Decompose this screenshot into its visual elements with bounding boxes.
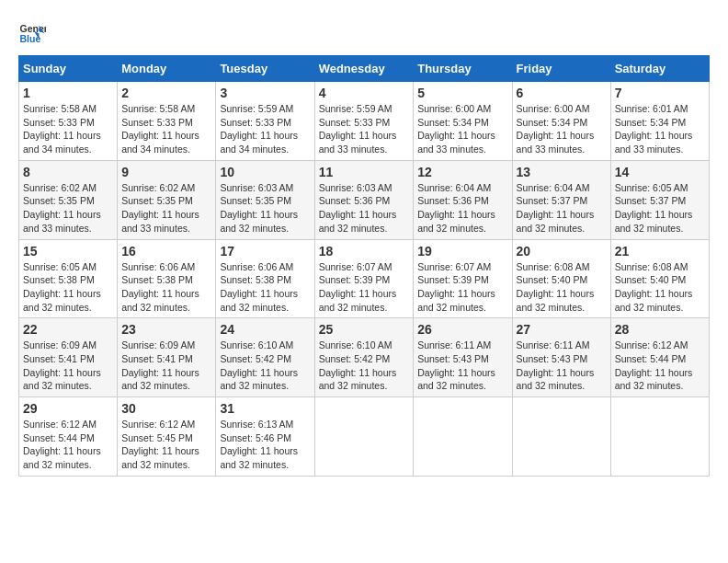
day-number: 22 (23, 322, 113, 337)
day-info: Sunrise: 6:06 AM Sunset: 5:38 PM Dayligh… (220, 261, 298, 313)
calendar-day-cell: 19 Sunrise: 6:07 AM Sunset: 5:39 PM Dayl… (414, 239, 512, 318)
calendar-day-cell: 24 Sunrise: 6:10 AM Sunset: 5:42 PM Dayl… (216, 318, 314, 397)
calendar-day-cell: 2 Sunrise: 5:58 AM Sunset: 5:33 PM Dayli… (118, 82, 216, 161)
calendar-day-cell: 21 Sunrise: 6:08 AM Sunset: 5:40 PM Dayl… (610, 239, 709, 318)
calendar-day-cell: 8 Sunrise: 6:02 AM Sunset: 5:35 PM Dayli… (19, 160, 118, 239)
day-number: 1 (23, 86, 113, 100)
calendar-day-cell: 15 Sunrise: 6:05 AM Sunset: 5:38 PM Dayl… (19, 239, 118, 318)
day-info: Sunrise: 6:08 AM Sunset: 5:40 PM Dayligh… (517, 261, 595, 313)
day-info: Sunrise: 6:11 AM Sunset: 5:43 PM Dayligh… (517, 339, 595, 391)
day-number: 13 (517, 165, 607, 179)
day-number: 28 (615, 322, 705, 337)
day-info: Sunrise: 6:09 AM Sunset: 5:41 PM Dayligh… (121, 339, 199, 391)
calendar-day-cell: 27 Sunrise: 6:11 AM Sunset: 5:43 PM Dayl… (512, 318, 610, 397)
day-info: Sunrise: 6:04 AM Sunset: 5:37 PM Dayligh… (517, 182, 595, 234)
calendar-week-row: 8 Sunrise: 6:02 AM Sunset: 5:35 PM Dayli… (19, 160, 710, 239)
day-number: 26 (417, 322, 507, 337)
day-info: Sunrise: 6:00 AM Sunset: 5:34 PM Dayligh… (417, 103, 495, 155)
day-number: 16 (121, 244, 211, 259)
day-number: 7 (615, 86, 705, 100)
day-info: Sunrise: 6:04 AM Sunset: 5:36 PM Dayligh… (417, 182, 495, 234)
calendar-day-cell: 22 Sunrise: 6:09 AM Sunset: 5:41 PM Dayl… (19, 318, 118, 397)
calendar-day-cell: 7 Sunrise: 6:01 AM Sunset: 5:34 PM Dayli… (610, 82, 709, 161)
day-number: 30 (121, 401, 211, 416)
calendar-day-cell: 10 Sunrise: 6:03 AM Sunset: 5:35 PM Dayl… (216, 160, 314, 239)
calendar-day-cell: 13 Sunrise: 6:04 AM Sunset: 5:37 PM Dayl… (512, 160, 610, 239)
day-number: 27 (517, 322, 607, 337)
day-info: Sunrise: 6:03 AM Sunset: 5:36 PM Dayligh… (319, 182, 397, 234)
calendar-week-row: 1 Sunrise: 5:58 AM Sunset: 5:33 PM Dayli… (19, 82, 710, 161)
day-number: 17 (220, 244, 310, 259)
calendar-day-cell (414, 397, 512, 477)
day-number: 25 (319, 322, 410, 337)
day-info: Sunrise: 6:10 AM Sunset: 5:42 PM Dayligh… (220, 339, 298, 391)
calendar-day-cell (512, 397, 610, 477)
weekday-header-cell: Monday (118, 56, 216, 82)
day-number: 18 (319, 244, 410, 259)
day-number: 6 (517, 86, 607, 100)
day-number: 29 (23, 401, 113, 416)
day-info: Sunrise: 6:02 AM Sunset: 5:35 PM Dayligh… (23, 182, 101, 234)
day-number: 20 (517, 244, 607, 259)
calendar: SundayMondayTuesdayWednesdayThursdayFrid… (18, 55, 710, 477)
day-number: 21 (615, 244, 705, 259)
calendar-day-cell: 23 Sunrise: 6:09 AM Sunset: 5:41 PM Dayl… (118, 318, 216, 397)
calendar-day-cell: 25 Sunrise: 6:10 AM Sunset: 5:42 PM Dayl… (314, 318, 414, 397)
calendar-day-cell: 4 Sunrise: 5:59 AM Sunset: 5:33 PM Dayli… (314, 82, 414, 161)
calendar-day-cell: 1 Sunrise: 5:58 AM Sunset: 5:33 PM Dayli… (19, 82, 118, 161)
day-info: Sunrise: 6:12 AM Sunset: 5:44 PM Dayligh… (23, 419, 101, 470)
calendar-day-cell: 9 Sunrise: 6:02 AM Sunset: 5:35 PM Dayli… (118, 160, 216, 239)
day-number: 8 (23, 165, 113, 179)
calendar-day-cell: 5 Sunrise: 6:00 AM Sunset: 5:34 PM Dayli… (414, 82, 512, 161)
calendar-day-cell: 17 Sunrise: 6:06 AM Sunset: 5:38 PM Dayl… (216, 239, 314, 318)
day-info: Sunrise: 6:07 AM Sunset: 5:39 PM Dayligh… (417, 261, 495, 313)
logo: General Blue (18, 18, 50, 46)
calendar-day-cell: 20 Sunrise: 6:08 AM Sunset: 5:40 PM Dayl… (512, 239, 610, 318)
day-number: 11 (319, 165, 410, 179)
day-number: 12 (417, 165, 507, 179)
weekday-header-cell: Sunday (19, 56, 118, 82)
day-number: 10 (220, 165, 310, 179)
calendar-week-row: 22 Sunrise: 6:09 AM Sunset: 5:41 PM Dayl… (19, 318, 710, 397)
day-info: Sunrise: 6:08 AM Sunset: 5:40 PM Dayligh… (615, 261, 693, 313)
logo-icon: General Blue (18, 18, 46, 46)
calendar-day-cell: 3 Sunrise: 5:59 AM Sunset: 5:33 PM Dayli… (216, 82, 314, 161)
calendar-day-cell (610, 397, 709, 477)
day-info: Sunrise: 6:05 AM Sunset: 5:37 PM Dayligh… (615, 182, 693, 234)
day-info: Sunrise: 6:09 AM Sunset: 5:41 PM Dayligh… (23, 339, 101, 391)
day-info: Sunrise: 5:59 AM Sunset: 5:33 PM Dayligh… (220, 103, 298, 155)
calendar-day-cell: 16 Sunrise: 6:06 AM Sunset: 5:38 PM Dayl… (118, 239, 216, 318)
day-number: 5 (417, 86, 507, 100)
calendar-day-cell: 31 Sunrise: 6:13 AM Sunset: 5:46 PM Dayl… (216, 397, 314, 477)
weekday-header-cell: Wednesday (314, 56, 414, 82)
day-number: 23 (121, 322, 211, 337)
day-info: Sunrise: 5:59 AM Sunset: 5:33 PM Dayligh… (319, 103, 397, 155)
day-info: Sunrise: 6:03 AM Sunset: 5:35 PM Dayligh… (220, 182, 298, 234)
day-info: Sunrise: 6:07 AM Sunset: 5:39 PM Dayligh… (319, 261, 397, 313)
day-info: Sunrise: 6:02 AM Sunset: 5:35 PM Dayligh… (121, 182, 199, 234)
calendar-body: 1 Sunrise: 5:58 AM Sunset: 5:33 PM Dayli… (19, 82, 710, 477)
weekday-header-row: SundayMondayTuesdayWednesdayThursdayFrid… (19, 56, 710, 82)
day-info: Sunrise: 6:13 AM Sunset: 5:46 PM Dayligh… (220, 419, 298, 470)
calendar-day-cell: 12 Sunrise: 6:04 AM Sunset: 5:36 PM Dayl… (414, 160, 512, 239)
day-info: Sunrise: 5:58 AM Sunset: 5:33 PM Dayligh… (23, 103, 101, 155)
calendar-day-cell: 6 Sunrise: 6:00 AM Sunset: 5:34 PM Dayli… (512, 82, 610, 161)
day-info: Sunrise: 6:05 AM Sunset: 5:38 PM Dayligh… (23, 261, 101, 313)
day-number: 15 (23, 244, 113, 259)
day-number: 19 (417, 244, 507, 259)
day-info: Sunrise: 6:06 AM Sunset: 5:38 PM Dayligh… (121, 261, 199, 313)
day-info: Sunrise: 6:01 AM Sunset: 5:34 PM Dayligh… (615, 103, 693, 155)
weekday-header-cell: Thursday (414, 56, 512, 82)
day-number: 9 (121, 165, 211, 179)
calendar-week-row: 29 Sunrise: 6:12 AM Sunset: 5:44 PM Dayl… (19, 397, 710, 477)
day-number: 3 (220, 86, 310, 100)
day-number: 2 (121, 86, 211, 100)
calendar-day-cell: 18 Sunrise: 6:07 AM Sunset: 5:39 PM Dayl… (314, 239, 414, 318)
calendar-day-cell: 26 Sunrise: 6:11 AM Sunset: 5:43 PM Dayl… (414, 318, 512, 397)
day-number: 24 (220, 322, 310, 337)
calendar-day-cell: 28 Sunrise: 6:12 AM Sunset: 5:44 PM Dayl… (610, 318, 709, 397)
calendar-week-row: 15 Sunrise: 6:05 AM Sunset: 5:38 PM Dayl… (19, 239, 710, 318)
calendar-day-cell: 14 Sunrise: 6:05 AM Sunset: 5:37 PM Dayl… (610, 160, 709, 239)
day-info: Sunrise: 6:11 AM Sunset: 5:43 PM Dayligh… (417, 339, 495, 391)
weekday-header-cell: Tuesday (216, 56, 314, 82)
